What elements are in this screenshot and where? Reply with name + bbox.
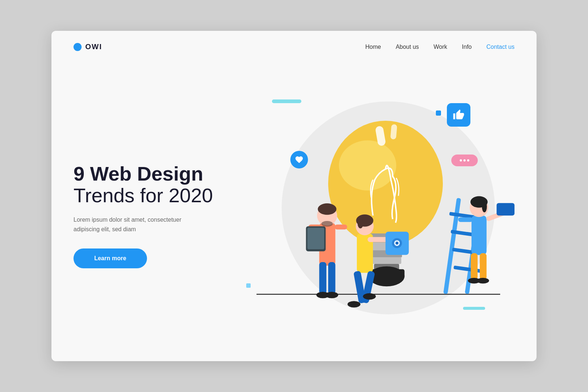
- svg-point-33: [358, 218, 363, 228]
- svg-rect-53: [496, 203, 514, 215]
- svg-point-25: [325, 292, 338, 298]
- svg-point-50: [477, 278, 489, 284]
- hero-illustration: [228, 63, 514, 361]
- nav-info[interactable]: Info: [462, 44, 472, 50]
- nav-work[interactable]: Work: [434, 44, 447, 50]
- svg-rect-29: [307, 228, 324, 249]
- svg-rect-8: [372, 257, 401, 264]
- svg-rect-52: [458, 217, 473, 222]
- svg-rect-43: [472, 215, 487, 255]
- svg-rect-48: [480, 253, 487, 280]
- logo: OWI: [74, 43, 102, 51]
- hero-headline: 9 Web Design Trends for 2020: [74, 163, 228, 207]
- svg-rect-47: [471, 253, 478, 280]
- learn-more-button[interactable]: Learn more: [74, 248, 147, 268]
- main-nav: Home About us Work Info Contact us: [365, 44, 514, 50]
- main-content: 9 Web Design Trends for 2020 Lorem ipsum…: [51, 63, 537, 361]
- logo-dot: [74, 43, 82, 51]
- svg-point-37: [363, 293, 376, 300]
- logo-text: OWI: [85, 43, 102, 51]
- hero-subtitle: Lorem ipsum dolor sit amet, consectetuer…: [74, 215, 191, 234]
- hero-left: 9 Web Design Trends for 2020 Lorem ipsum…: [74, 63, 228, 361]
- svg-rect-23: [328, 262, 336, 294]
- nav-contact[interactable]: Contact us: [487, 44, 514, 50]
- nav-about[interactable]: About us: [396, 44, 419, 50]
- svg-rect-27: [335, 225, 347, 230]
- headline-line2: Trends for 2020: [74, 185, 228, 206]
- svg-point-46: [482, 201, 487, 212]
- svg-point-36: [348, 301, 361, 308]
- svg-rect-22: [319, 262, 327, 294]
- svg-point-21: [321, 221, 333, 227]
- page-wrapper: OWI Home About us Work Info Contact us 9…: [51, 31, 537, 361]
- svg-point-42: [395, 242, 398, 244]
- headline-line1: 9 Web Design: [74, 163, 228, 185]
- nav-home[interactable]: Home: [365, 44, 381, 50]
- svg-point-20: [318, 203, 337, 215]
- main-svg: [228, 63, 514, 361]
- header: OWI Home About us Work Info Contact us: [51, 31, 537, 63]
